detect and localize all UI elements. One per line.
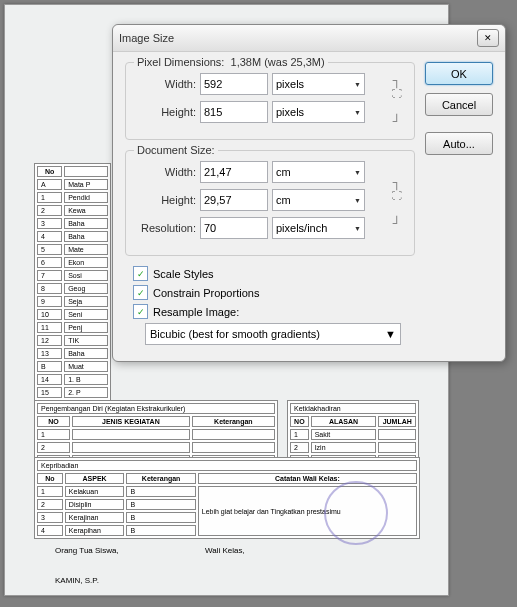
image-size-dialog: Image Size ✕ Pixel Dimensions: 1,38M (wa… [112,24,506,362]
dialog-title: Image Size [119,32,174,44]
resolution-label: Resolution: [136,222,196,234]
cancel-button[interactable]: Cancel [425,93,493,116]
constrain-proportions-label: Constrain Proportions [153,287,259,299]
resolution-unit-select[interactable]: pixels/inch▼ [272,217,365,239]
signature-block: Orang Tua Siswa, [55,546,119,555]
doc-width-label: Width: [136,166,196,178]
constrain-link-icon: ┐⛶┘ [390,73,404,129]
doc-height-label: Height: [136,194,196,206]
chevron-down-icon: ▼ [354,197,361,204]
resolution-input[interactable] [200,217,268,239]
document-size-group: Document Size: Width: cm▼ Height: cm▼ Re… [125,150,415,256]
pixel-height-input[interactable] [200,101,268,123]
signature-name: KAMIN, S.P. [55,576,99,585]
pixel-width-input[interactable] [200,73,268,95]
doc-width-unit-select[interactable]: cm▼ [272,161,365,183]
height-label: Height: [136,106,196,118]
doc-height-input[interactable] [200,189,268,211]
width-label: Width: [136,78,196,90]
chevron-down-icon: ▼ [385,328,396,340]
pixel-width-unit-select[interactable]: pixels▼ [272,73,365,95]
resample-image-checkbox[interactable]: ✓ [133,304,148,319]
constrain-link-icon: ┐⛶┘ [390,175,404,231]
resample-method-select[interactable]: Bicubic (best for smooth gradients)▼ [145,323,401,345]
stamp [324,481,388,545]
titlebar[interactable]: Image Size ✕ [113,25,505,52]
signature-block: Wali Kelas, [205,546,245,555]
resample-image-label: Resample Image: [153,306,239,318]
chevron-down-icon: ▼ [354,109,361,116]
scale-styles-checkbox[interactable]: ✓ [133,266,148,281]
ok-button[interactable]: OK [425,62,493,85]
doc-width-input[interactable] [200,161,268,183]
scale-styles-label: Scale Styles [153,268,214,280]
close-icon: ✕ [484,33,492,43]
chevron-down-icon: ▼ [354,169,361,176]
constrain-proportions-checkbox[interactable]: ✓ [133,285,148,300]
table-header: No [37,166,62,177]
close-button[interactable]: ✕ [477,29,499,47]
pixel-dimensions-group: Pixel Dimensions: 1,38M (was 25,3M) Widt… [125,62,415,140]
pixel-height-unit-select[interactable]: pixels▼ [272,101,365,123]
chevron-down-icon: ▼ [354,225,361,232]
auto-button[interactable]: Auto... [425,132,493,155]
doc-height-unit-select[interactable]: cm▼ [272,189,365,211]
chevron-down-icon: ▼ [354,81,361,88]
